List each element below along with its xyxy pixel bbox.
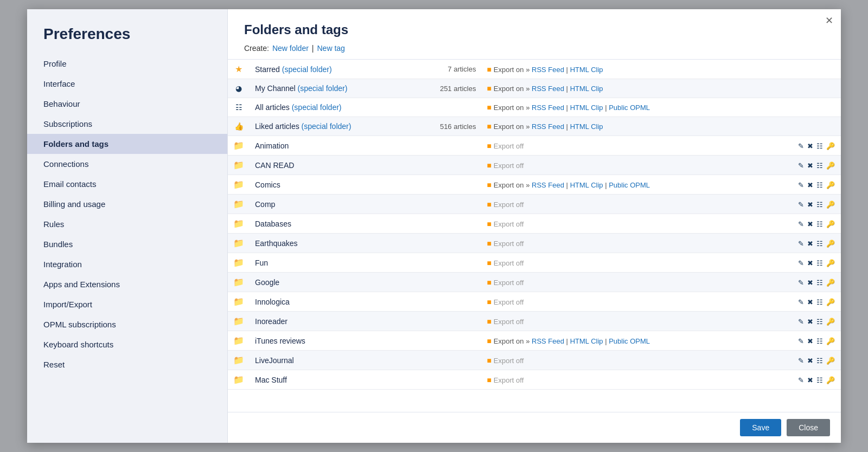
key-icon[interactable]: 🔑 [826,337,835,345]
delete-icon[interactable]: ✖ [807,181,813,189]
public-opml-link[interactable]: Public OPML [609,337,650,345]
export-off-label: Export off [494,298,524,306]
key-icon[interactable]: 🔑 [826,240,835,248]
key-icon[interactable]: 🔑 [826,376,835,384]
sidebar-item-apps-and-extensions[interactable]: Apps and Extensions [27,274,227,294]
public-opml-link[interactable]: Public OPML [609,181,650,189]
sidebar-item-behaviour[interactable]: Behaviour [27,94,227,114]
sidebar-item-folders-and-tags[interactable]: Folders and tags [27,134,227,154]
edit-icon[interactable]: ✎ [798,220,804,228]
key-icon[interactable]: 🔑 [826,357,835,365]
key-icon[interactable]: 🔑 [826,142,835,150]
folder-name-text: All articles [255,103,290,112]
edit-icon[interactable]: ✎ [798,259,804,267]
key-icon[interactable]: 🔑 [826,162,835,170]
sidebar-item-interface[interactable]: Interface [27,74,227,94]
delete-icon[interactable]: ✖ [807,220,813,228]
delete-icon[interactable]: ✖ [807,162,813,170]
key-icon[interactable]: 🔑 [826,220,835,228]
close-button[interactable]: Close [787,419,830,436]
key-icon[interactable]: 🔑 [826,318,835,326]
edit-icon[interactable]: ✎ [798,142,804,150]
row-name-cell: Databases [250,214,427,234]
edit-icon[interactable]: ✎ [798,337,804,345]
move-icon[interactable]: ☷ [816,337,823,345]
move-icon[interactable]: ☷ [816,259,823,267]
sidebar-item-connections[interactable]: Connections [27,154,227,174]
edit-icon[interactable]: ✎ [798,279,804,287]
move-icon[interactable]: ☷ [816,298,823,306]
rss-feed-link[interactable]: RSS Feed [532,181,564,189]
html-clip-link[interactable]: HTML Clip [570,337,603,345]
rss-feed-link[interactable]: RSS Feed [532,85,564,93]
html-clip-link[interactable]: HTML Clip [570,122,603,131]
edit-icon[interactable]: ✎ [798,201,804,209]
key-icon[interactable]: 🔑 [826,181,835,189]
edit-icon[interactable]: ✎ [798,376,804,384]
row-action-cell: ✎ ✖ ☷ 🔑 [792,292,841,312]
sidebar-item-profile[interactable]: Profile [27,54,227,74]
html-clip-link[interactable]: HTML Clip [570,104,603,112]
sidebar-item-subscriptions[interactable]: Subscriptions [27,114,227,134]
export-on-label: Export on [494,122,524,131]
edit-icon[interactable]: ✎ [798,318,804,326]
sidebar-item-integration[interactable]: Integration [27,254,227,274]
move-icon[interactable]: ☷ [816,279,823,287]
move-icon[interactable]: ☷ [816,376,823,384]
move-icon[interactable]: ☷ [816,181,823,189]
rss-feed-link[interactable]: RSS Feed [532,337,564,345]
sidebar-item-billing-and-usage[interactable]: Billing and usage [27,194,227,214]
html-clip-link[interactable]: HTML Clip [570,181,603,189]
rss-icon: ■ [487,141,491,150]
move-icon[interactable]: ☷ [816,201,823,209]
delete-icon[interactable]: ✖ [807,318,813,326]
move-icon[interactable]: ☷ [816,357,823,365]
delete-icon[interactable]: ✖ [807,337,813,345]
move-icon[interactable]: ☷ [816,162,823,170]
sidebar-item-reset[interactable]: Reset [27,354,227,374]
radio-icon: ◕ [235,84,242,93]
new-tag-link[interactable]: New tag [317,44,344,53]
public-opml-link[interactable]: Public OPML [609,104,650,112]
rss-feed-link[interactable]: RSS Feed [532,104,564,112]
rss-feed-link[interactable]: RSS Feed [532,122,564,131]
sidebar-item-import-export[interactable]: Import/Export [27,294,227,314]
delete-icon[interactable]: ✖ [807,201,813,209]
key-icon[interactable]: 🔑 [826,298,835,306]
key-icon[interactable]: 🔑 [826,259,835,267]
edit-icon[interactable]: ✎ [798,298,804,306]
delete-icon[interactable]: ✖ [807,240,813,248]
sidebar-item-bundles[interactable]: Bundles [27,234,227,254]
export-off-label: Export off [494,318,524,326]
edit-icon[interactable]: ✎ [798,181,804,189]
delete-icon[interactable]: ✖ [807,298,813,306]
edit-icon[interactable]: ✎ [798,357,804,365]
move-icon[interactable]: ☷ [816,142,823,150]
folder-icon: 📁 [233,297,244,306]
move-icon[interactable]: ☷ [816,220,823,228]
move-icon[interactable]: ☷ [816,240,823,248]
delete-icon[interactable]: ✖ [807,376,813,384]
thumb-icon: 👍 [234,122,244,131]
save-button[interactable]: Save [740,419,781,436]
delete-icon[interactable]: ✖ [807,279,813,287]
delete-icon[interactable]: ✖ [807,142,813,150]
html-clip-link[interactable]: HTML Clip [570,85,603,93]
sidebar-item-keyboard-shortcuts[interactable]: Keyboard shortcuts [27,334,227,354]
delete-icon[interactable]: ✖ [807,259,813,267]
html-clip-link[interactable]: HTML Clip [570,66,603,74]
sidebar-item-opml-subscriptions[interactable]: OPML subscriptions [27,314,227,334]
delete-icon[interactable]: ✖ [807,357,813,365]
new-folder-link[interactable]: New folder [272,44,309,53]
sidebar-item-rules[interactable]: Rules [27,214,227,234]
row-export-cell: ■Export on » RSS Feed | HTML Clip | Publ… [481,175,792,195]
rss-feed-link[interactable]: RSS Feed [532,66,564,74]
key-icon[interactable]: 🔑 [826,201,835,209]
move-icon[interactable]: ☷ [816,318,823,326]
edit-icon[interactable]: ✎ [798,162,804,170]
key-icon[interactable]: 🔑 [826,279,835,287]
sidebar-item-email-contacts[interactable]: Email contacts [27,174,227,194]
row-action-cell: ✎ ✖ ☷ 🔑 [792,195,841,214]
close-x-button[interactable]: ✕ [825,15,833,27]
edit-icon[interactable]: ✎ [798,240,804,248]
